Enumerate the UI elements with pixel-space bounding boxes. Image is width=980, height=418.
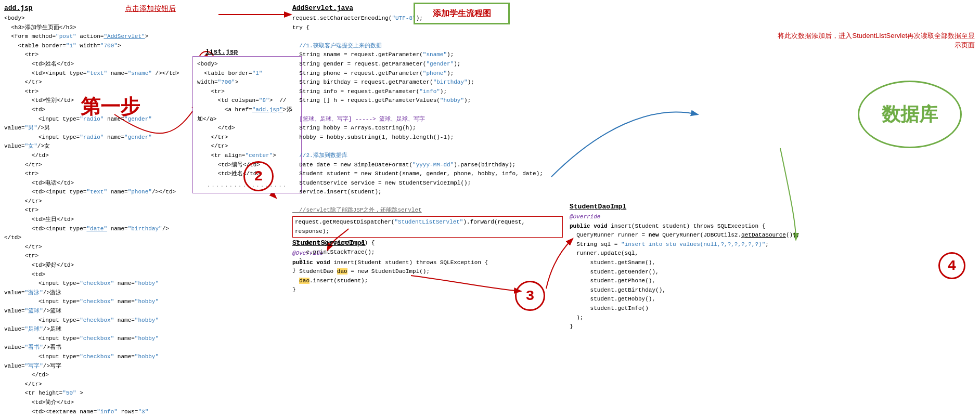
code-line: //servlet除了能跳JSP之外，还能跳servlet [292, 206, 563, 215]
code-line: service.insert(student); [292, 188, 563, 197]
flow-chart-label: 添加学生流程图 [433, 8, 491, 19]
code-line: <tr> [4, 206, 181, 215]
service-impl-section: StudentServiceImpl @Override public void… [292, 239, 526, 295]
code-line: </tr> [197, 142, 297, 151]
code-line: try { [292, 23, 563, 33]
code-line: <td>电话</td> [4, 179, 181, 188]
code-line: <input type="radio" name="gender" value=… [4, 133, 181, 151]
code-line: student.getInfo() [570, 304, 830, 314]
code-line: <tr> [4, 169, 181, 179]
code-line: String sname = request.getParameter("sna… [292, 50, 563, 60]
code-line: StudentService service = new StudentServ… [292, 179, 563, 188]
code-line: </tr> [197, 133, 297, 142]
step-circle-2: 2 [243, 161, 274, 191]
code-line: <tr> [4, 50, 181, 60]
add-servlet-code: request.setCharacterEncoding("UTF-8"); t… [292, 14, 563, 276]
code-line: </td> [197, 124, 297, 133]
add-jsp-code: <body> <h3>添加学生页面</h3> <form method="pos… [4, 14, 181, 418]
code-line: dao.insert(student); [292, 277, 526, 286]
code-line: student.getSname(), [570, 258, 830, 268]
code-line: <body> [197, 60, 297, 69]
page-container: add.jsp <body> <h3>添加学生页面</h3> <form met… [0, 0, 980, 418]
code-line: @Override [570, 213, 830, 222]
code-line: student.getPhone(), [570, 277, 830, 286]
circle-2-label: 2 [254, 168, 263, 185]
database-circle: 数据库 [858, 81, 962, 148]
code-line: </tr> [4, 78, 181, 87]
flow-chart-box: 添加学生流程图 [414, 3, 510, 24]
code-line: StudentDao dao = new StudentDaoImpl(); [292, 267, 526, 277]
code-line: <td>生日</td> [4, 215, 181, 225]
code-line: <td>简介</td> [4, 398, 181, 408]
code-line: <td> [4, 270, 181, 280]
code-line: public void insert(Student student) thro… [570, 222, 830, 231]
code-line: <table border="1" width="700"> [197, 69, 297, 87]
code-line: <td><input type="date" name="birthday"/>… [4, 225, 181, 243]
code-line: String hobby = Arrays.toString(h); [292, 124, 563, 133]
code-line: </tr> [4, 161, 181, 170]
dao-impl-code: @Override public void insert(Student stu… [570, 213, 830, 332]
add-jsp-section: add.jsp <body> <h3>添加学生页面</h3> <form met… [4, 4, 181, 418]
code-line: hobby = hobby.substring(1, hobby.length(… [292, 133, 563, 142]
code-line: @Override [292, 249, 526, 258]
code-line: <td><input type="text" name="phone"/></t… [4, 188, 181, 197]
code-line: [篮球、足球、写字] -----> 篮球、足球、写字 [292, 115, 563, 124]
dao-impl-title: StudentDaoImpl [570, 203, 830, 211]
step-circle-3: 3 [515, 281, 545, 311]
code-line: <tr> [4, 252, 181, 261]
code-line: String [] h = request.getParameterValues… [292, 96, 563, 106]
code-line: <h3>添加学生页面</h3> [4, 23, 181, 33]
code-line: <table border="1" width="700"> [4, 42, 181, 51]
code-line: Date date = new SimpleDateFormat("yyyy-M… [292, 161, 563, 170]
code-line: <tr align="center"> [197, 151, 297, 161]
code-line: String birthday = request.getParameter("… [292, 78, 563, 87]
code-line: Student student = new Student(sname, gen… [292, 169, 563, 179]
code-line: student.getHobby(), [570, 295, 830, 304]
service-impl-code: @Override public void insert(Student stu… [292, 249, 526, 295]
code-line: <td><input type="text" name="sname" /></… [4, 69, 181, 79]
code-line: public void insert(Student student) thro… [292, 258, 526, 268]
code-line: <td>姓名</td> [4, 60, 181, 69]
list-jsp-title: list.jsp [205, 48, 238, 56]
code-line: //1.获取客户端提交上来的数据 [292, 42, 563, 51]
code-line: ); [570, 314, 830, 323]
code-line: //2.添加到数据库 [292, 151, 563, 161]
code-line: student.getBirthday(), [570, 286, 830, 295]
click-annotation: 点击添加按钮后 [125, 4, 176, 14]
code-line: <tr height="50" > [4, 389, 181, 398]
code-line: </tr> [4, 380, 181, 389]
code-line: <input type="checkbox" name="hobby" valu… [4, 334, 181, 352]
dispatch-line: request.getRequestDispatcher("StudentLis… [292, 215, 563, 239]
code-line: </td> [4, 151, 181, 161]
code-line: QueryRunner runner = new QueryRunner(JDB… [570, 231, 830, 240]
service-impl-title: StudentServiceImpl [292, 239, 526, 247]
code-line: <input type="checkbox" name="hobby" valu… [4, 279, 181, 297]
step-circle-4: 4 [938, 252, 965, 279]
code-line: <tr> [197, 87, 297, 97]
dao-impl-section: StudentDaoImpl @Override public void ins… [570, 203, 830, 332]
step-one-label: 第一步 [81, 94, 140, 120]
circle-4-label: 4 [948, 258, 957, 274]
code-line: student.getGender(), [570, 268, 830, 277]
code-line: <input type="checkbox" name="hobby" valu… [4, 352, 181, 371]
code-line: String sql = "insert into stu values(nul… [570, 240, 830, 250]
code-line: String info = request.getParameter("info… [292, 87, 563, 97]
code-line: <input type="checkbox" name="hobby" valu… [4, 316, 181, 334]
code-line: String gender = request.getParameter("ge… [292, 60, 563, 69]
code-line: <form method="post" action="AddServlet"> [4, 32, 181, 42]
circle-3-label: 3 [526, 288, 535, 304]
code-line: runner.update(sql, [570, 249, 830, 258]
top-right-note: 将此次数据添加后，进入StudentListServlet再次读取全部数据至显示… [777, 31, 975, 50]
code-line: <body> [4, 14, 181, 23]
code-line: <td><textarea name="info" rows="3" cols=… [4, 408, 181, 418]
code-line: <a href="add.jsp">添加</a> [197, 106, 297, 124]
code-line: <td>爱好</td> [4, 261, 181, 270]
code-line: <input type="checkbox" name="hobby" valu… [4, 297, 181, 316]
code-line: </tr> [4, 243, 181, 252]
code-line: </td> [4, 371, 181, 380]
code-line: String phone = request.getParameter("pho… [292, 69, 563, 79]
database-label: 数据库 [882, 102, 938, 127]
add-servlet-section: AddServlet.java request.setCharacterEnco… [292, 4, 563, 276]
code-line: </tr> [4, 197, 181, 206]
code-line: } [570, 322, 830, 332]
